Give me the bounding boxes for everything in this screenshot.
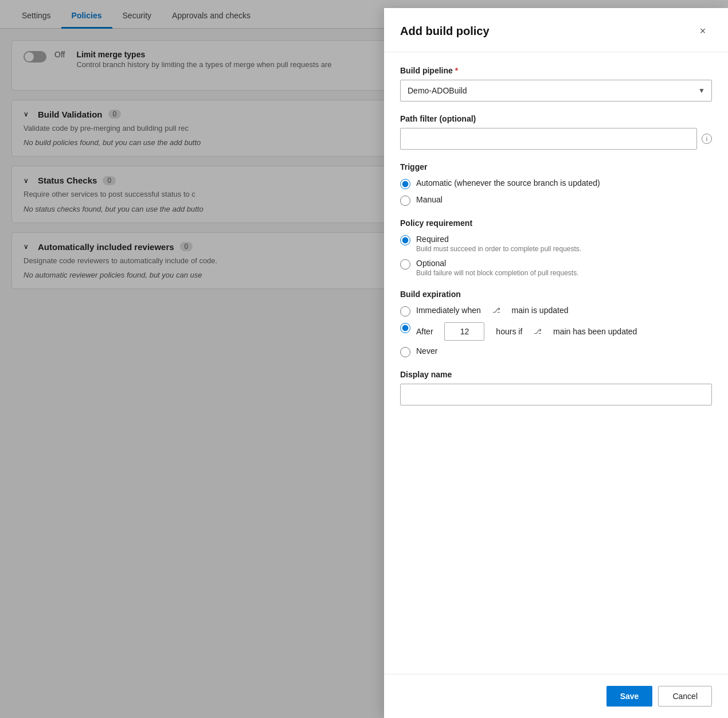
- build-expiration-group: Build expiration Immediately when ⎇ main…: [400, 290, 712, 357]
- trigger-radio-group: Automatic (whenever the source branch is…: [400, 178, 712, 206]
- path-filter-info-icon[interactable]: i: [702, 134, 712, 144]
- build-expiration-radio-group: Immediately when ⎇ main is updated After…: [400, 306, 712, 357]
- display-name-label: Display name: [400, 370, 712, 379]
- policy-optional-item[interactable]: Optional Build failure will not block co…: [400, 259, 712, 277]
- expiration-after-radio[interactable]: [400, 323, 410, 333]
- expiration-immediately-radio[interactable]: [400, 306, 410, 317]
- cancel-button[interactable]: Cancel: [658, 686, 712, 707]
- display-name-input[interactable]: [400, 384, 712, 405]
- hours-input[interactable]: [444, 322, 484, 341]
- policy-required-sublabel: Build must succeed in order to complete …: [416, 245, 581, 253]
- expiration-never-item[interactable]: Never: [400, 346, 712, 357]
- policy-required-item[interactable]: Required Build must succeed in order to …: [400, 235, 712, 253]
- modal-header: Add build policy ×: [384, 8, 728, 52]
- modal-body: Build pipeline * Demo-ADOBuild ▼ Path fi…: [384, 52, 728, 674]
- trigger-manual-radio[interactable]: [400, 196, 410, 206]
- build-pipeline-select-wrapper: Demo-ADOBuild ▼: [400, 80, 712, 102]
- expiration-immediately-item[interactable]: Immediately when ⎇ main is updated: [400, 306, 712, 317]
- expiration-immediately-label: Immediately when ⎇ main is updated: [416, 306, 568, 315]
- policy-requirement-group: Policy requirement Required Build must s…: [400, 218, 712, 277]
- path-filter-group: Path filter (optional) i: [400, 114, 712, 150]
- build-pipeline-label: Build pipeline *: [400, 66, 712, 75]
- trigger-automatic-label: Automatic (whenever the source branch is…: [416, 178, 600, 188]
- policy-optional-sublabel: Build failure will not block completion …: [416, 269, 578, 277]
- path-filter-wrapper: i: [400, 128, 712, 150]
- build-expiration-label: Build expiration: [400, 290, 712, 299]
- branch-icon-2: ⎇: [534, 327, 542, 335]
- policy-required-label: Required: [416, 235, 581, 244]
- trigger-label: Trigger: [400, 162, 712, 171]
- expiration-never-label: Never: [416, 346, 437, 356]
- path-filter-label: Path filter (optional): [400, 114, 712, 123]
- policy-required-radio[interactable]: [400, 235, 410, 245]
- trigger-automatic-item[interactable]: Automatic (whenever the source branch is…: [400, 178, 712, 189]
- build-pipeline-select[interactable]: Demo-ADOBuild: [400, 80, 712, 102]
- trigger-group: Trigger Automatic (whenever the source b…: [400, 162, 712, 206]
- trigger-manual-label: Manual: [416, 195, 443, 204]
- branch-icon-1: ⎇: [492, 306, 500, 314]
- policy-optional-radio[interactable]: [400, 259, 410, 270]
- build-pipeline-group: Build pipeline * Demo-ADOBuild ▼: [400, 66, 712, 102]
- trigger-automatic-radio[interactable]: [400, 179, 410, 189]
- required-asterisk: *: [455, 66, 458, 75]
- trigger-manual-item[interactable]: Manual: [400, 195, 712, 206]
- close-button[interactable]: ×: [694, 22, 712, 40]
- expiration-never-radio[interactable]: [400, 347, 410, 357]
- policy-requirement-radio-group: Required Build must succeed in order to …: [400, 235, 712, 277]
- add-build-policy-modal: Add build policy × Build pipeline * Demo…: [384, 8, 728, 718]
- expiration-after-item[interactable]: After hours if ⎇ main has been updated: [400, 322, 712, 341]
- policy-optional-label: Optional: [416, 259, 578, 268]
- expiration-after-label: After hours if ⎇ main has been updated: [416, 322, 637, 341]
- policy-requirement-label: Policy requirement: [400, 218, 712, 228]
- save-button[interactable]: Save: [606, 686, 653, 707]
- display-name-group: Display name: [400, 370, 712, 405]
- modal-title: Add build policy: [400, 25, 490, 38]
- path-filter-input[interactable]: [400, 128, 697, 150]
- modal-footer: Save Cancel: [384, 674, 728, 718]
